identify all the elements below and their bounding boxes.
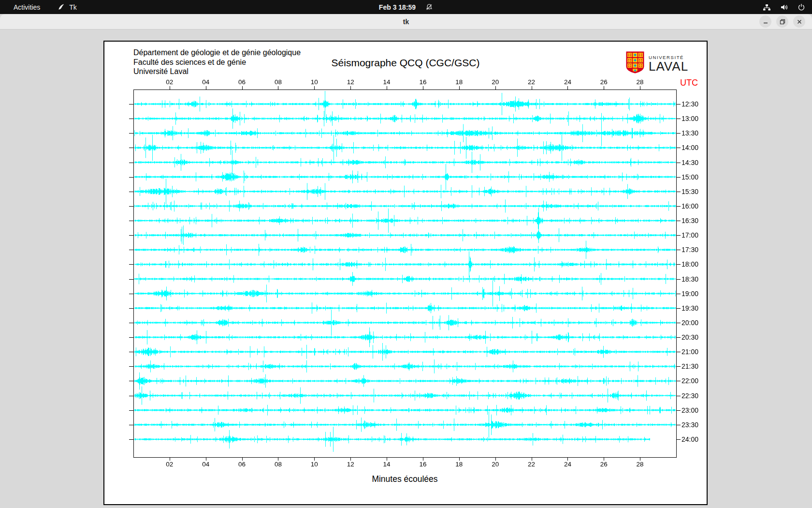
x-tick-top-08: 08 <box>268 78 288 86</box>
utc-row-label-16:30: 16:30 <box>682 217 710 224</box>
x-tick-top-22: 22 <box>522 78 541 86</box>
header-line-1: Département de géologie et de génie géol… <box>133 48 301 58</box>
utc-row-label-20:00: 20:00 <box>682 319 710 327</box>
utc-row-label-13:00: 13:00 <box>682 115 710 122</box>
utc-row-label-19:30: 19:30 <box>682 304 710 312</box>
x-tick-top-28: 28 <box>630 78 650 86</box>
seismograph-paper: Département de géologie et de génie géol… <box>103 41 708 505</box>
x-tick-bottom-10: 10 <box>304 461 324 468</box>
maximize-button[interactable] <box>776 15 788 28</box>
utc-row-label-15:00: 15:00 <box>682 173 710 181</box>
minimize-button[interactable] <box>759 15 771 28</box>
utc-row-label-15:30: 15:30 <box>682 188 710 195</box>
page-title: Séismographe QCQ (CGC/GSC) <box>104 57 707 69</box>
x-axis-label: Minutes écoulées <box>133 474 676 484</box>
utc-row-label-17:00: 17:00 <box>682 231 710 239</box>
seismogram-plot <box>124 80 694 467</box>
x-tick-bottom-28: 28 <box>630 461 650 468</box>
x-tick-bottom-22: 22 <box>522 461 541 468</box>
utc-row-label-14:00: 14:00 <box>682 144 710 151</box>
utc-axis-label: UTC <box>680 78 698 88</box>
x-tick-top-18: 18 <box>450 78 469 86</box>
utc-row-label-22:00: 22:00 <box>682 377 710 385</box>
x-tick-bottom-18: 18 <box>450 461 469 468</box>
utc-row-label-24:00: 24:00 <box>682 435 710 443</box>
x-tick-top-26: 26 <box>594 78 613 86</box>
utc-row-label-20:30: 20:30 <box>682 333 710 341</box>
utc-row-label-18:00: 18:00 <box>682 260 710 268</box>
x-tick-bottom-06: 06 <box>232 461 252 468</box>
x-tick-top-20: 20 <box>486 78 505 86</box>
utc-row-label-21:30: 21:30 <box>682 362 710 370</box>
x-tick-bottom-02: 02 <box>160 461 179 468</box>
utc-row-label-23:00: 23:00 <box>682 406 710 414</box>
x-tick-bottom-12: 12 <box>341 461 360 468</box>
x-tick-bottom-26: 26 <box>594 461 613 468</box>
clock[interactable]: Feb 3 18:59 <box>379 3 416 11</box>
bell-slash-icon <box>425 3 433 11</box>
utc-row-label-18:30: 18:30 <box>682 275 710 283</box>
logo-laval-text: LAVAL <box>649 60 688 73</box>
window-title: tk <box>403 18 409 26</box>
x-tick-top-16: 16 <box>413 78 433 86</box>
tk-window-body: Département de géologie et de génie géol… <box>0 30 812 508</box>
laval-shield-icon <box>625 51 645 76</box>
x-tick-top-12: 12 <box>341 78 360 86</box>
x-tick-bottom-16: 16 <box>413 461 433 468</box>
gnome-top-bar: Activities Tk Feb 3 18:59 <box>0 0 812 14</box>
power-icon[interactable] <box>798 3 805 11</box>
network-wired-icon[interactable] <box>763 3 771 11</box>
universite-laval-logo: UNIVERSITÉ LAVAL <box>625 51 688 76</box>
x-tick-bottom-24: 24 <box>558 461 577 468</box>
window-titlebar[interactable]: tk <box>0 14 812 30</box>
utc-row-label-14:30: 14:30 <box>682 159 710 166</box>
close-button[interactable] <box>793 15 805 28</box>
utc-row-label-22:30: 22:30 <box>682 392 710 400</box>
utc-row-label-19:00: 19:00 <box>682 290 710 298</box>
x-tick-top-10: 10 <box>304 78 324 86</box>
x-tick-top-06: 06 <box>232 78 252 86</box>
volume-icon[interactable] <box>780 3 788 11</box>
app-indicator-label: Tk <box>69 3 77 11</box>
x-tick-bottom-08: 08 <box>268 461 288 468</box>
x-tick-top-14: 14 <box>377 78 396 86</box>
activities-button[interactable]: Activities <box>14 3 40 11</box>
utc-row-label-13:30: 13:30 <box>682 129 710 137</box>
x-tick-top-24: 24 <box>558 78 577 86</box>
utc-row-label-21:00: 21:00 <box>682 348 710 356</box>
app-indicator[interactable]: Tk <box>58 3 77 11</box>
tk-feather-icon <box>58 3 65 11</box>
x-tick-top-04: 04 <box>196 78 216 86</box>
x-tick-bottom-20: 20 <box>486 461 505 468</box>
utc-row-label-17:30: 17:30 <box>682 246 710 254</box>
x-tick-bottom-14: 14 <box>377 461 396 468</box>
x-tick-bottom-04: 04 <box>196 461 216 468</box>
utc-row-label-23:30: 23:30 <box>682 421 710 429</box>
utc-row-label-16:00: 16:00 <box>682 202 710 210</box>
utc-row-label-12:30: 12:30 <box>682 100 710 108</box>
x-tick-top-02: 02 <box>160 78 179 86</box>
